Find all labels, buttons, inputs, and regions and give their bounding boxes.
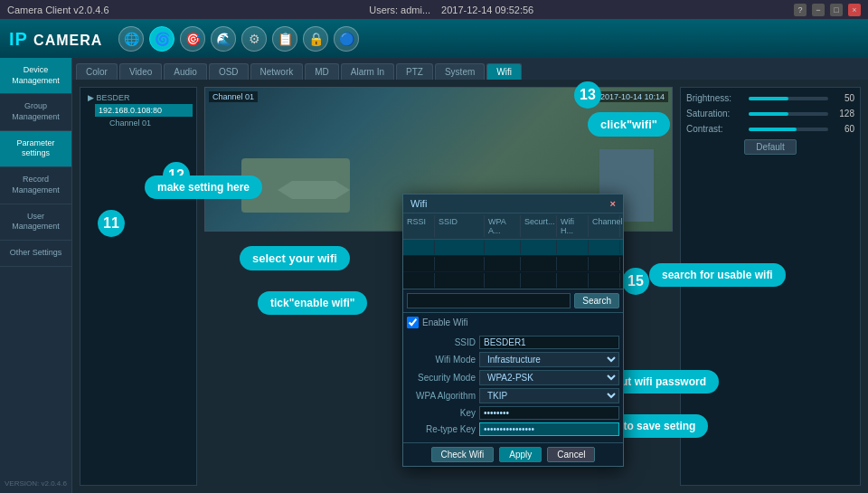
sidebar-item-user[interactable]: User Management [0, 204, 71, 241]
wifi-search-row: Search [403, 289, 623, 313]
icon-target[interactable]: 🎯 [180, 26, 205, 52]
wifi-form: SSID Wifi Mode Infrastructure Security M… [403, 332, 623, 442]
icon-power[interactable]: 🔵 [334, 26, 359, 52]
video-label: Channel 01 [209, 91, 258, 102]
wifi-table-body[interactable] [403, 240, 623, 289]
wifimode-row: Wifi Mode Infrastructure [407, 352, 619, 367]
cancel-button[interactable]: Cancel [547, 447, 595, 462]
wifi-search-input[interactable] [407, 293, 571, 308]
wifi-close-button[interactable]: × [610, 198, 616, 209]
key-label: Key [407, 408, 479, 418]
wifi-search-button[interactable]: Search [574, 293, 619, 308]
check-wifi-button[interactable]: Check Wifi [431, 447, 495, 462]
sidebar-item-params[interactable]: Parameter settings [0, 131, 71, 167]
sidebar: Device Management Group Management Param… [0, 58, 72, 493]
default-button[interactable]: Default [744, 139, 797, 155]
contrast-value: 60 [832, 124, 854, 134]
enable-wifi-row: Enable Wifi [403, 313, 623, 332]
tab-audio[interactable]: Audio [164, 63, 207, 80]
wpa-select[interactable]: TKIP [479, 388, 619, 403]
col-rssi: RSSI [403, 215, 435, 237]
wifimode-select[interactable]: Infrastructure [479, 352, 619, 367]
annotation-label-13: click"wifi" [588, 112, 670, 137]
logo-ip: IP [9, 29, 28, 49]
tab-color[interactable]: Color [76, 63, 118, 80]
close-button[interactable]: × [848, 4, 861, 16]
wifi-modal-header: Wifi × [403, 194, 623, 213]
sidebar-item-record[interactable]: Record Management [0, 167, 71, 204]
sidebar-item-device[interactable]: Device Management [0, 58, 71, 94]
tab-alarm[interactable]: Alarm In [341, 63, 394, 80]
brightness-value: 50 [832, 93, 854, 103]
enable-wifi-label: Enable Wifi [422, 318, 468, 327]
tab-ptz[interactable]: PTZ [396, 63, 433, 80]
titlebar: Camera Client v2.0.4.6 Users: admi... 20… [0, 0, 868, 20]
tab-video[interactable]: Video [119, 63, 162, 80]
icon-globe[interactable]: 🌐 [118, 26, 144, 52]
minimize-button[interactable]: − [812, 4, 825, 16]
annotation-num-15: 15 [622, 268, 649, 295]
contrast-bar[interactable] [749, 128, 828, 131]
header-icons: 🌐 🌀 🎯 🌊 ⚙ 📋 🔒 🔵 [118, 26, 359, 52]
secmode-select[interactable]: WPA2-PSK [479, 370, 619, 385]
annotation-label-16: select your wifi [240, 246, 350, 270]
icon-settings[interactable]: ⚙ [241, 26, 267, 52]
wifi-modal-title: Wifi [410, 198, 427, 209]
retype-row: Re-type Key [407, 422, 619, 436]
tab-network[interactable]: Network [250, 63, 304, 80]
app-title: Camera Client v2.0.4.6 [7, 5, 109, 15]
annotation-num-13: 13 [574, 81, 601, 109]
annotation-label-15: search for usable wifi [649, 263, 786, 287]
icon-spin[interactable]: 🌀 [149, 26, 175, 52]
col-security: Securt... [521, 215, 557, 237]
icon-clipboard[interactable]: 📋 [272, 26, 297, 52]
tree-root[interactable]: ▶ BESDER [84, 91, 193, 104]
tab-wifi[interactable]: Wifi [486, 63, 522, 80]
key-input[interactable] [479, 406, 619, 420]
saturation-bar[interactable] [749, 112, 828, 116]
icon-lock[interactable]: 🔒 [303, 26, 328, 52]
apply-button[interactable]: Apply [499, 447, 542, 462]
secmode-row: Security Mode WPA2-PSK [407, 370, 619, 385]
key-row: Key [407, 406, 619, 420]
maximize-button[interactable]: □ [830, 4, 843, 16]
ssid-label: SSID [407, 337, 479, 347]
retype-input[interactable] [479, 422, 619, 436]
ssid-row: SSID [407, 336, 619, 349]
window-controls: ? − □ × [794, 4, 861, 16]
main-layout: Device Management Group Management Param… [0, 58, 868, 493]
tree-channel[interactable]: Channel 01 [106, 117, 193, 129]
header: IP CAMERA 🌐 🌀 🎯 🌊 ⚙ 📋 🔒 🔵 [0, 20, 868, 58]
sidebar-item-other[interactable]: Other Settings [0, 241, 71, 267]
app-logo: IP CAMERA [9, 29, 102, 50]
saturation-label: Saturation: [686, 109, 745, 119]
datetime: 2017-12-14 09:52:56 [441, 5, 533, 15]
contrast-row: Contrast: 60 [686, 124, 854, 134]
tab-md[interactable]: MD [305, 63, 339, 80]
annotation-num-11: 11 [98, 210, 125, 237]
brightness-row: Brightness: 50 [686, 93, 854, 103]
brightness-bar[interactable] [749, 97, 828, 100]
tree-ip[interactable]: 192.168.0.108:80 [95, 104, 193, 117]
tab-system[interactable]: System [435, 63, 485, 80]
sidebar-item-group[interactable]: Group Management [0, 94, 71, 130]
ssid-input[interactable] [479, 336, 619, 349]
saturation-row: Saturation: 128 [686, 109, 854, 119]
saturation-value: 128 [832, 109, 854, 119]
tab-bar: Color Video Audio OSD Network MD Alarm I… [72, 58, 868, 80]
icon-wave[interactable]: 🌊 [211, 26, 236, 52]
annotation-label-14: tick"enable wifi" [258, 291, 367, 315]
wifimode-label: Wifi Mode [407, 355, 479, 365]
wpa-label: WPA Algorithm [407, 391, 479, 401]
col-ssid: SSID [435, 215, 485, 237]
brightness-label: Brightness: [686, 93, 745, 103]
tab-osd[interactable]: OSD [209, 63, 249, 80]
enable-wifi-checkbox[interactable] [407, 317, 419, 328]
content-area: Color Video Audio OSD Network MD Alarm I… [72, 58, 868, 493]
wpa-row: WPA Algorithm TKIP [407, 388, 619, 403]
col-wifih: Wifi H... [557, 215, 589, 237]
camera-tree: ▶ BESDER 192.168.0.108:80 Channel 01 [80, 87, 197, 486]
retype-label: Re-type Key [407, 424, 479, 434]
logo-camera: CAMERA [33, 33, 102, 48]
help-button[interactable]: ? [794, 4, 807, 16]
